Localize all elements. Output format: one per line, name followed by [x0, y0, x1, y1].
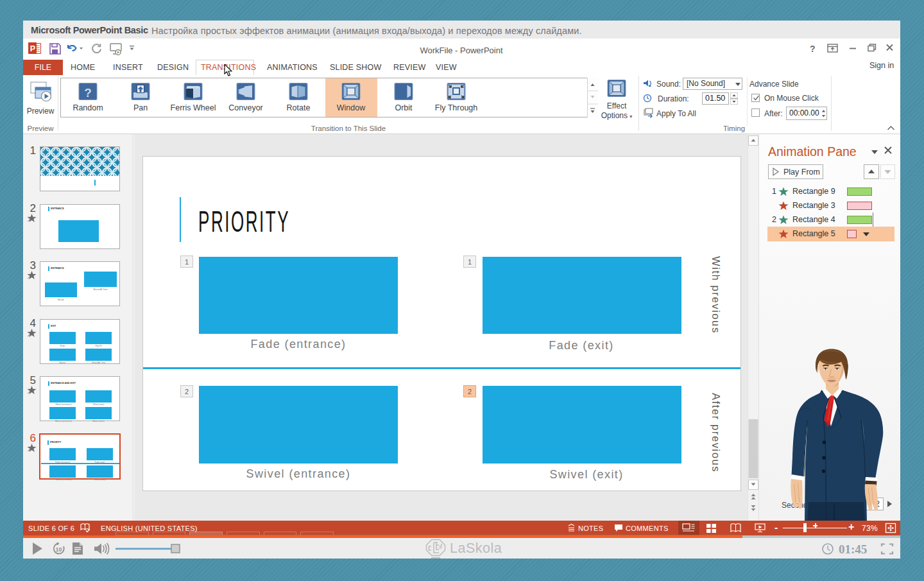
svg-text:LaSkola: LaSkola	[450, 541, 502, 556]
svg-text:P: P	[30, 44, 35, 53]
svg-text:?: ?	[84, 86, 92, 100]
svg-text:10: 10	[56, 546, 62, 553]
svg-text:01:45: 01:45	[839, 542, 867, 555]
svg-text:?: ?	[810, 44, 816, 54]
